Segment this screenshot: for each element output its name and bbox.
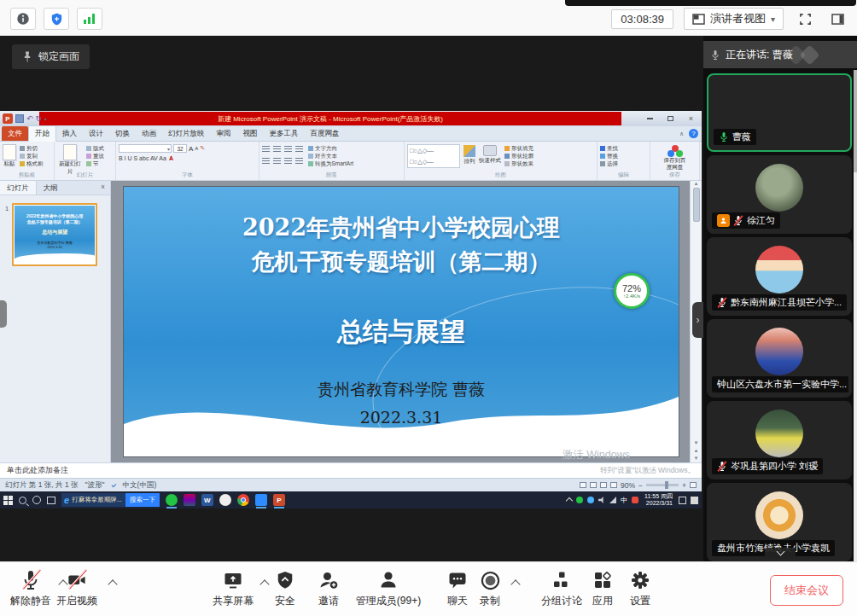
meeting-info-button[interactable] bbox=[10, 8, 36, 30]
paste-label[interactable]: 粘贴 bbox=[3, 160, 16, 168]
invite-button[interactable]: 邀请 bbox=[309, 568, 348, 608]
ppt-tab-home[interactable]: 开始 bbox=[28, 125, 56, 142]
taskbar-clock[interactable]: 11:55 周四 2022/3/31 bbox=[643, 493, 674, 507]
indent-decrease-icon[interactable] bbox=[284, 146, 292, 153]
text-direction-button[interactable]: 文字方向 bbox=[308, 144, 353, 152]
numbering-icon[interactable] bbox=[273, 146, 281, 153]
ppt-tab-view[interactable]: 视图 bbox=[237, 126, 264, 141]
panel-close-icon[interactable]: × bbox=[96, 181, 110, 195]
replace-button[interactable]: 替换 bbox=[600, 152, 647, 160]
tray-blue-icon[interactable] bbox=[587, 497, 594, 503]
font-size-select[interactable]: 32 bbox=[173, 144, 187, 153]
winrar-icon[interactable] bbox=[184, 494, 195, 506]
status-language[interactable]: 中文(中国) bbox=[123, 480, 157, 491]
sidebar-collapse-handle[interactable]: › bbox=[692, 302, 703, 338]
scroll-down-icon[interactable]: ▼ bbox=[694, 440, 699, 445]
record-button[interactable]: 录制 bbox=[471, 568, 509, 608]
lock-view-button[interactable]: 锁定画面 bbox=[12, 44, 90, 69]
zoom-in-icon[interactable]: + bbox=[682, 481, 686, 490]
ppt-tab-file[interactable]: 文件 bbox=[2, 126, 28, 141]
word-icon[interactable]: W bbox=[201, 494, 213, 506]
zoom-out-icon[interactable]: − bbox=[638, 481, 643, 490]
reading-view-icon[interactable] bbox=[600, 482, 607, 488]
slide-thumbnail[interactable]: 2022年贵州省中小学校园心理危机干预专题培训（第二期） 总结与展望 贵州省教育… bbox=[12, 203, 97, 266]
layout-toggle-button[interactable] bbox=[826, 9, 848, 29]
select-button[interactable]: 选择 bbox=[600, 160, 647, 167]
scrollbar-thumb[interactable] bbox=[693, 188, 700, 222]
align-center-icon[interactable] bbox=[273, 158, 281, 165]
clear-format-button[interactable]: ✎ bbox=[200, 145, 205, 152]
panel-tab-outline[interactable]: 大纲 bbox=[37, 181, 65, 195]
bullets-icon[interactable] bbox=[262, 146, 270, 153]
align-right-icon[interactable] bbox=[284, 158, 292, 165]
scroll-up-icon[interactable]: ▲ bbox=[694, 181, 699, 186]
redo-icon[interactable]: ↻ bbox=[36, 114, 43, 123]
slide-canvas[interactable]: 2022年贵州省中小学校园心理 危机干预专题培训（第二期） 总结与展望 贵州省教… bbox=[123, 186, 679, 457]
reset-button[interactable]: 重设 bbox=[86, 152, 104, 160]
fit-window-icon[interactable] bbox=[690, 482, 697, 488]
arrange-icon[interactable] bbox=[463, 145, 475, 157]
ppt-tab-animations[interactable]: 动画 bbox=[136, 126, 162, 141]
show-desktop-icon[interactable] bbox=[691, 497, 698, 504]
justify-icon[interactable] bbox=[295, 158, 303, 165]
indent-increase-icon[interactable] bbox=[295, 146, 303, 153]
ppt-tab-review[interactable]: 审阅 bbox=[211, 126, 237, 141]
quick-styles-label[interactable]: 快速样式 bbox=[479, 157, 501, 165]
quick-styles-icon[interactable] bbox=[483, 145, 497, 156]
save-icon[interactable] bbox=[15, 114, 24, 123]
start-button[interactable] bbox=[3, 496, 13, 505]
ppt-tab-baidu[interactable]: 百度网盘 bbox=[305, 126, 346, 141]
undo-icon[interactable]: ↶ bbox=[26, 114, 33, 123]
breakout-rooms-button[interactable]: 分组讨论 bbox=[534, 568, 589, 608]
slideshow-view-icon[interactable] bbox=[610, 482, 617, 488]
shape-fill-button[interactable]: 形状填充 bbox=[504, 144, 533, 152]
record-options-caret[interactable] bbox=[510, 579, 520, 589]
ppt-minimize-button[interactable] bbox=[643, 113, 657, 124]
participant-tile[interactable]: 钟山区六盘水市第一实验中学... bbox=[707, 319, 852, 398]
end-meeting-button[interactable]: 结束会议 bbox=[770, 575, 843, 606]
video-options-caret[interactable] bbox=[108, 579, 117, 589]
ppt-tab-design[interactable]: 设计 bbox=[83, 126, 109, 141]
taskbar-search-icon[interactable] bbox=[19, 497, 26, 504]
powerpoint-taskbar-icon[interactable]: P bbox=[273, 494, 285, 506]
font-name-select[interactable]: ▾ bbox=[119, 144, 172, 153]
view-mode-button[interactable]: 演讲者视图 ▾ bbox=[684, 8, 784, 30]
search-button[interactable]: 搜索一下 bbox=[125, 493, 160, 507]
format-painter-button[interactable]: 格式刷 bbox=[20, 160, 44, 167]
security-toolbar-button[interactable]: 安全 bbox=[266, 568, 304, 608]
shrink-font-button[interactable]: A bbox=[195, 146, 198, 151]
collapse-participants-button[interactable] bbox=[765, 548, 796, 559]
action-center-icon[interactable] bbox=[679, 497, 686, 504]
volume-icon[interactable] bbox=[598, 497, 605, 503]
prev-slide-icon[interactable]: ▲ bbox=[694, 448, 699, 453]
shapes-gallery[interactable]: □○△◇— □○△◇— bbox=[407, 144, 460, 168]
paste-icon[interactable] bbox=[3, 144, 16, 160]
normal-view-icon[interactable] bbox=[580, 482, 586, 488]
ppt-restore-button[interactable] bbox=[663, 113, 678, 124]
meeting-app-icon[interactable] bbox=[255, 494, 267, 506]
ppt-tab-insert[interactable]: 插入 bbox=[56, 126, 83, 141]
copy-button[interactable]: 复制 bbox=[20, 152, 44, 160]
left-edge-handle[interactable] bbox=[0, 300, 7, 328]
taskbar-app-green-icon[interactable] bbox=[166, 494, 178, 506]
participant-tile[interactable]: 黔东南州麻江县坝芒小学... bbox=[707, 237, 852, 316]
start-video-button[interactable]: 开启视频 bbox=[48, 568, 106, 608]
tray-green-icon[interactable] bbox=[576, 497, 583, 503]
notes-placeholder[interactable]: 单击此处添加备注 bbox=[7, 465, 68, 476]
sidebar-scrollbar[interactable] bbox=[854, 70, 857, 561]
help-icon[interactable]: ? bbox=[689, 129, 698, 138]
shape-effects-button[interactable]: 形状效果 bbox=[504, 160, 533, 167]
smartart-button[interactable]: 转换为SmartArt bbox=[308, 160, 353, 167]
section-button[interactable]: 节 bbox=[86, 160, 104, 167]
sorter-view-icon[interactable] bbox=[590, 482, 597, 488]
network-icon[interactable] bbox=[609, 497, 616, 503]
security-button[interactable] bbox=[44, 8, 69, 30]
taskbar-news-search[interactable]: e 打麻将拿最顺牌... 搜索一下 bbox=[61, 493, 160, 507]
panel-tab-slides[interactable]: 幻灯片 bbox=[0, 181, 37, 195]
cortana-icon[interactable] bbox=[32, 496, 41, 504]
manage-members-button[interactable]: 管理成员(99+) bbox=[348, 568, 428, 608]
shape-outline-button[interactable]: 形状轮廓 bbox=[504, 152, 533, 160]
sogou-icon[interactable] bbox=[632, 497, 638, 503]
settings-button[interactable]: 设置 bbox=[621, 568, 659, 608]
next-slide-icon[interactable]: ▼ bbox=[694, 456, 699, 461]
